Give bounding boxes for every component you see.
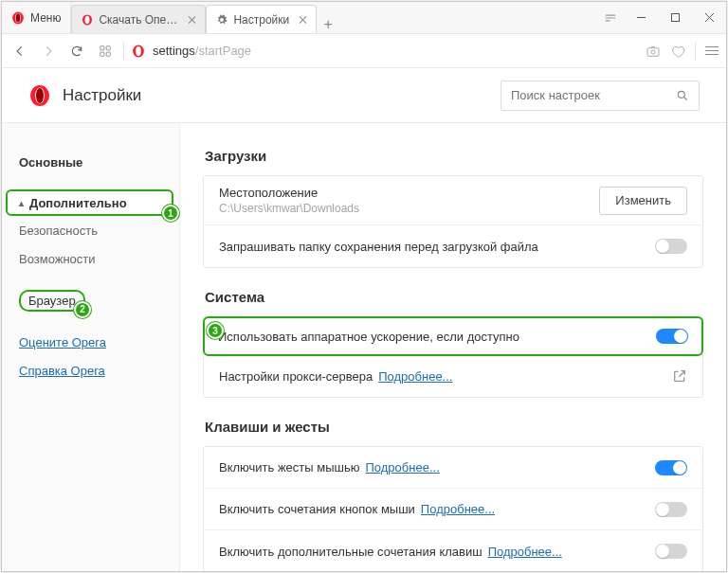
settings-search[interactable] <box>500 81 700 111</box>
close-icon[interactable] <box>299 15 308 25</box>
hw-label: Использовать аппаратное ускорение, если … <box>218 330 656 344</box>
svg-point-17 <box>678 91 684 98</box>
sidebar-item-advanced[interactable]: ▴ Дополнительно 1 <box>6 189 173 216</box>
proxy-more-link[interactable]: Подробнее... <box>378 369 452 384</box>
sidebar-item-rate[interactable]: Оцените Opera <box>2 328 179 356</box>
back-button[interactable] <box>9 41 30 62</box>
extra-more-link[interactable]: Подробнее... <box>488 545 562 559</box>
window-controls <box>597 2 726 33</box>
mouse-gestures-row: Включить жесты мышью Подробнее... <box>204 447 702 489</box>
sidebar-item-basic[interactable]: Основные <box>2 148 179 176</box>
easy-setup-button[interactable] <box>705 46 719 55</box>
extra-shortcuts-row: Включить дополнительные сочетания клавиш… <box>204 530 702 571</box>
rocker-toggle[interactable] <box>655 502 687 517</box>
help-link[interactable]: Справка Opera <box>19 364 105 378</box>
rate-link[interactable]: Оцените Opera <box>19 335 106 349</box>
hw-accel-highlight: 3 Использовать аппаратное ускорение, есл… <box>203 316 703 356</box>
mouse-label: Включить жесты мышью <box>219 460 360 475</box>
ask-before-download-row: Запрашивать папку сохранения перед загру… <box>204 225 702 267</box>
settings-content: Загрузки Местоположение C:\Users\kmwar\D… <box>180 123 726 571</box>
location-value: C:\Users\kmwar\Downloads <box>219 202 599 215</box>
svg-rect-5 <box>671 14 679 22</box>
svg-rect-9 <box>106 52 110 56</box>
menu-button[interactable]: Меню <box>2 2 71 33</box>
download-location-row: Местоположение C:\Users\kmwar\Downloads … <box>204 176 702 225</box>
chevron-up-icon: ▴ <box>19 198 24 208</box>
rocker-more-link[interactable]: Подробнее... <box>421 502 495 516</box>
section-title-system: Система <box>205 289 703 305</box>
separator <box>123 42 124 61</box>
url-host: settings/startPage <box>153 44 251 58</box>
heart-icon[interactable] <box>670 44 685 59</box>
svg-point-2 <box>16 13 21 22</box>
tab-label: Настройки <box>233 13 289 27</box>
svg-rect-8 <box>100 52 104 56</box>
snapshot-icon[interactable] <box>646 44 661 59</box>
minimize-button[interactable] <box>624 2 658 34</box>
svg-rect-12 <box>647 47 659 56</box>
sidebar-item-help[interactable]: Справка Opera <box>2 356 179 385</box>
settings-header: Настройки <box>2 68 726 123</box>
close-window-button[interactable] <box>692 2 726 34</box>
url-field[interactable]: settings/startPage <box>132 44 638 58</box>
change-location-button[interactable]: Изменить <box>599 187 687 215</box>
svg-point-11 <box>136 46 141 56</box>
tab-menu-button[interactable] <box>597 11 624 25</box>
address-right <box>646 43 719 60</box>
svg-rect-7 <box>106 45 110 49</box>
svg-point-4 <box>85 15 90 24</box>
tab-strip: Скачать Опера для комп Настройки + <box>71 2 339 33</box>
page-title: Настройки <box>28 84 141 107</box>
reload-button[interactable] <box>66 41 87 62</box>
sidebar-item-label: Браузер <box>28 294 76 308</box>
system-card: 3 Использовать аппаратное ускорение, есл… <box>203 316 703 398</box>
external-link-icon[interactable] <box>672 368 687 384</box>
sidebar-item-features[interactable]: Возможности <box>2 244 179 273</box>
svg-rect-6 <box>100 45 104 49</box>
hw-accel-row: Использовать аппаратное ускорение, если … <box>205 318 701 354</box>
svg-point-16 <box>36 88 44 103</box>
section-title-downloads: Загрузки <box>205 148 703 164</box>
maximize-button[interactable] <box>658 2 692 34</box>
opera-icon <box>132 45 145 58</box>
forward-button[interactable] <box>38 41 59 62</box>
home-button[interactable] <box>95 41 116 62</box>
rocker-label: Включить сочетания кнопок мыши <box>219 502 415 516</box>
tab-settings[interactable]: Настройки <box>206 5 317 33</box>
tab-download[interactable]: Скачать Опера для комп <box>71 5 206 33</box>
annotation-badge: 2 <box>74 301 91 318</box>
sidebar-item-browser[interactable]: Браузер 2 <box>2 286 179 314</box>
annotation-badge: 3 <box>207 322 224 339</box>
highlight-pill: Браузер 2 <box>19 290 85 312</box>
section-title-gestures: Клавиши и жесты <box>205 419 703 435</box>
opera-icon <box>11 11 25 25</box>
mouse-more-link[interactable]: Подробнее... <box>366 460 440 475</box>
app-window: Меню Скачать Опера для комп Настройки + <box>1 1 727 572</box>
proxy-row: Настройки прокси-сервера Подробнее... <box>204 355 702 397</box>
mouse-gestures-toggle[interactable] <box>655 460 687 475</box>
new-tab-button[interactable]: + <box>317 16 339 33</box>
ask-toggle[interactable] <box>655 239 687 254</box>
titlebar: Меню Скачать Опера для комп Настройки + <box>2 2 726 34</box>
settings-body: Основные ▴ Дополнительно 1 Безопасность … <box>2 123 726 571</box>
extra-label: Включить дополнительные сочетания клавиш <box>219 545 482 559</box>
extra-shortcuts-toggle[interactable] <box>655 544 687 559</box>
page-title-text: Настройки <box>63 86 141 105</box>
close-icon[interactable] <box>188 15 197 25</box>
ask-label: Запрашивать папку сохранения перед загру… <box>219 240 655 254</box>
opera-icon <box>82 14 93 26</box>
separator <box>695 43 696 60</box>
gestures-card: Включить жесты мышью Подробнее... Включи… <box>203 446 703 571</box>
gear-icon <box>216 14 228 26</box>
search-icon <box>676 89 689 102</box>
downloads-card: Местоположение C:\Users\kmwar\Downloads … <box>203 175 703 268</box>
search-input[interactable] <box>511 88 676 102</box>
address-bar: settings/startPage <box>2 34 726 68</box>
svg-point-13 <box>651 50 655 54</box>
opera-icon <box>28 84 51 107</box>
location-label: Местоположение <box>219 186 599 200</box>
sidebar-item-label: Дополнительно <box>29 196 127 210</box>
sidebar-item-security[interactable]: Безопасность <box>2 216 179 244</box>
rocker-row: Включить сочетания кнопок мыши Подробнее… <box>204 489 702 530</box>
hw-accel-toggle[interactable] <box>656 329 688 344</box>
